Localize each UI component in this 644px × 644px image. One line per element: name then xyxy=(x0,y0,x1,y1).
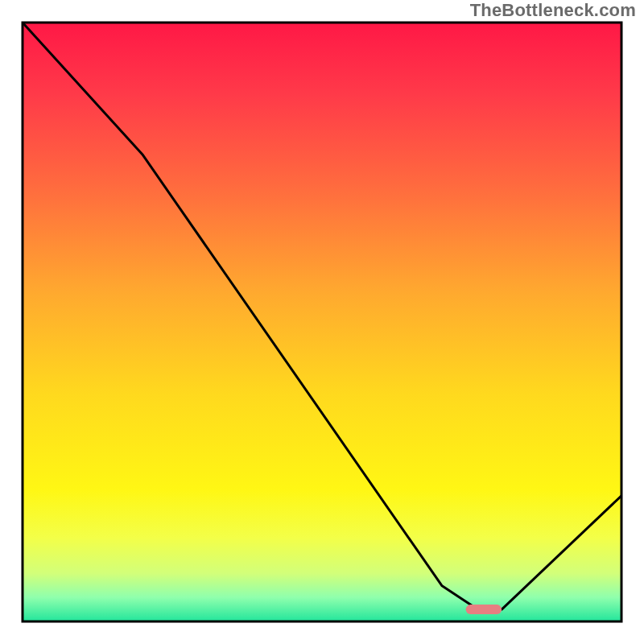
chart-svg xyxy=(0,0,644,644)
optimal-range-marker xyxy=(466,605,502,614)
plot-background xyxy=(23,23,621,621)
bottleneck-chart: TheBottleneck.com xyxy=(0,0,644,644)
watermark-text: TheBottleneck.com xyxy=(470,0,636,21)
